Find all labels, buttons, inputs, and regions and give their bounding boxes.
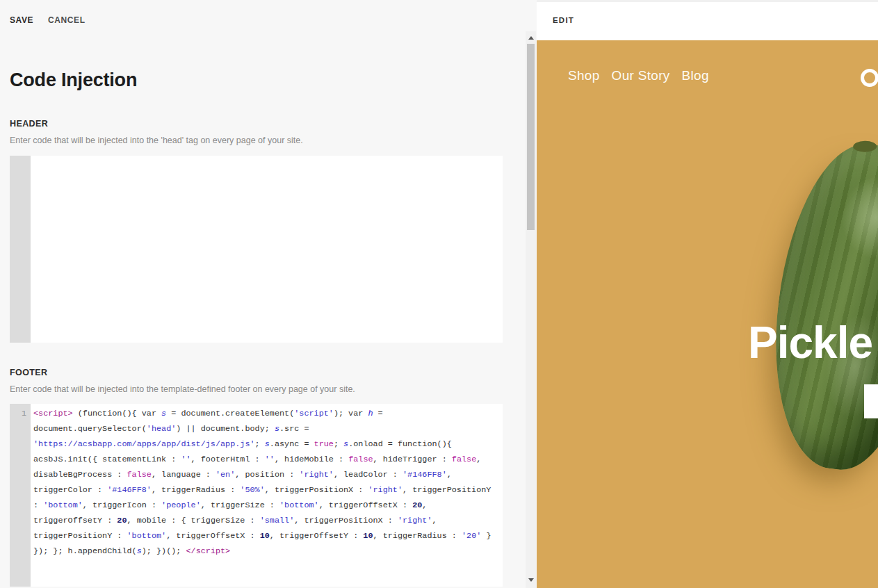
preview-edit-bar: EDIT [537,0,878,40]
cancel-button[interactable]: CANCEL [48,15,86,25]
footer-editor-gutter: 1 [10,404,31,587]
header-code-editor[interactable] [10,156,503,343]
scrollbar-down-arrow-icon[interactable] [526,575,536,585]
hero-title: Pickle [748,317,872,368]
header-editor-gutter [10,156,31,343]
edit-button[interactable]: EDIT [553,16,574,24]
nav-link-blog[interactable]: Blog [682,68,709,83]
site-preview-panel: EDIT Shop Our Story Blog Pickle [537,0,878,588]
site-preview-frame[interactable]: Shop Our Story Blog Pickle [537,40,878,588]
footer-section-label: FOOTER [10,368,47,377]
line-number: 1 [10,404,31,421]
header-section-description: Enter code that will be injected into th… [10,136,303,145]
footer-editor-content[interactable]: <script> (function(){ var s = document.c… [31,404,503,587]
left-panel-scrollbar[interactable] [526,31,536,588]
site-logo-ring-icon[interactable] [861,69,878,87]
header-editor-content[interactable] [31,156,503,343]
footer-section-description: Enter code that will be injected into th… [10,384,355,394]
scrollbar-up-arrow-icon[interactable] [526,33,536,43]
footer-code-editor[interactable]: 1 <script> (function(){ var s = document… [10,404,503,587]
page-title: Code Injection [10,70,137,91]
code-injection-panel: SAVE CANCEL Code Injection HEADER Enter … [0,0,526,588]
site-navigation: Shop Our Story Blog [568,68,709,83]
header-section-label: HEADER [10,119,48,129]
nav-link-our-story[interactable]: Our Story [612,68,670,83]
pickle-photo [759,136,878,477]
nav-link-shop[interactable]: Shop [568,68,600,83]
save-button[interactable]: SAVE [10,15,33,25]
scrollbar-thumb[interactable] [527,44,535,230]
edge-panel-fragment [864,384,878,418]
